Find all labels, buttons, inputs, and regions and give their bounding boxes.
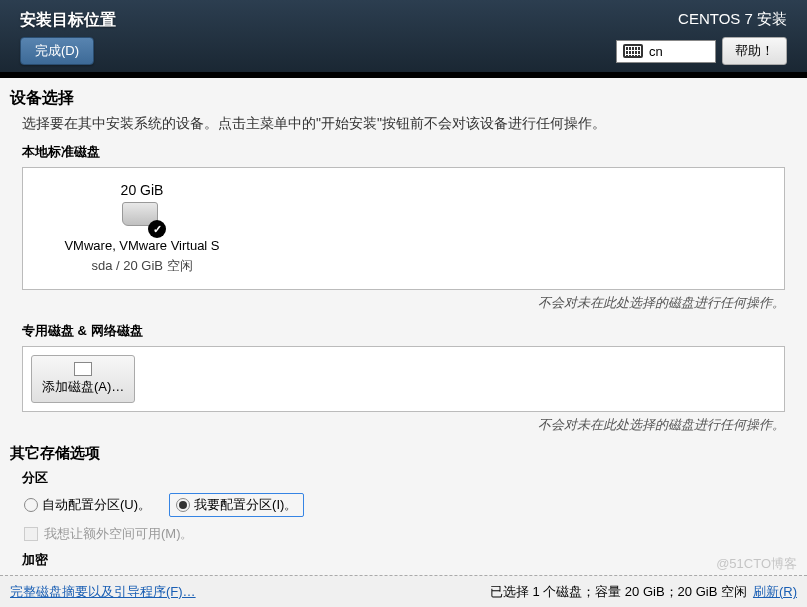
partition-label: 分区 bbox=[22, 469, 797, 487]
disk-info: sda / 20 GiB 空闲 bbox=[91, 257, 192, 275]
install-title: CENTOS 7 安装 bbox=[678, 10, 787, 29]
help-button[interactable]: 帮助！ bbox=[722, 37, 787, 65]
local-disks-box: 20 GiB ✓ VMware, VMware Virtual S sda / … bbox=[22, 167, 785, 290]
radio-icon bbox=[176, 498, 190, 512]
special-disk-hint: 不会对未在此处选择的磁盘进行任何操作。 bbox=[10, 416, 785, 434]
topbar: 安装目标位置 完成(D) CENTOS 7 安装 cn 帮助！ bbox=[0, 0, 807, 78]
page-title: 安装目标位置 bbox=[20, 10, 116, 31]
add-disk-icon bbox=[74, 362, 92, 376]
add-disk-button[interactable]: 添加磁盘(A)… bbox=[31, 355, 135, 403]
disk-size: 20 GiB bbox=[121, 182, 164, 198]
watermark: @51CTO博客 bbox=[716, 555, 797, 573]
disk-summary-link[interactable]: 完整磁盘摘要以及引导程序(F)… bbox=[10, 583, 196, 601]
manual-partition-label: 我要配置分区(I)。 bbox=[194, 496, 297, 514]
local-disks-label: 本地标准磁盘 bbox=[22, 143, 797, 161]
bottombar: 完整磁盘摘要以及引导程序(F)… 已选择 1 个磁盘；容量 20 GiB；20 … bbox=[0, 575, 807, 607]
auto-partition-radio[interactable]: 自动配置分区(U)。 bbox=[24, 496, 151, 514]
device-selection-description: 选择要在其中安装系统的设备。点击主菜单中的"开始安装"按钮前不会对该设备进行任何… bbox=[22, 115, 797, 133]
add-disk-label: 添加磁盘(A)… bbox=[42, 378, 124, 396]
extra-space-checkbox: 我想让额外空间可用(M)。 bbox=[24, 525, 797, 543]
keyboard-layout-label: cn bbox=[649, 44, 663, 59]
content-area: 设备选择 选择要在其中安装系统的设备。点击主菜单中的"开始安装"按钮前不会对该设… bbox=[0, 78, 807, 575]
device-selection-title: 设备选择 bbox=[10, 88, 797, 109]
auto-partition-label: 自动配置分区(U)。 bbox=[42, 496, 151, 514]
extra-space-label: 我想让额外空间可用(M)。 bbox=[44, 525, 194, 543]
disk-name: VMware, VMware Virtual S bbox=[64, 238, 219, 253]
keyboard-icon bbox=[623, 44, 643, 58]
special-disks-box: 添加磁盘(A)… bbox=[22, 346, 785, 412]
done-button[interactable]: 完成(D) bbox=[20, 37, 94, 65]
radio-icon bbox=[24, 498, 38, 512]
check-icon: ✓ bbox=[148, 220, 166, 238]
refresh-link[interactable]: 刷新(R) bbox=[753, 583, 797, 601]
encrypt-label: 加密 bbox=[22, 551, 797, 569]
checkbox-icon bbox=[24, 527, 38, 541]
local-disk-hint: 不会对未在此处选择的磁盘进行任何操作。 bbox=[10, 294, 785, 312]
selected-summary: 已选择 1 个磁盘；容量 20 GiB；20 GiB 空闲 bbox=[490, 583, 747, 601]
special-disks-label: 专用磁盘 & 网络磁盘 bbox=[22, 322, 797, 340]
keyboard-layout-selector[interactable]: cn bbox=[616, 40, 716, 63]
manual-partition-radio[interactable]: 我要配置分区(I)。 bbox=[169, 493, 304, 517]
other-storage-title: 其它存储选项 bbox=[10, 444, 797, 463]
disk-item-sda[interactable]: 20 GiB ✓ VMware, VMware Virtual S sda / … bbox=[37, 182, 247, 275]
